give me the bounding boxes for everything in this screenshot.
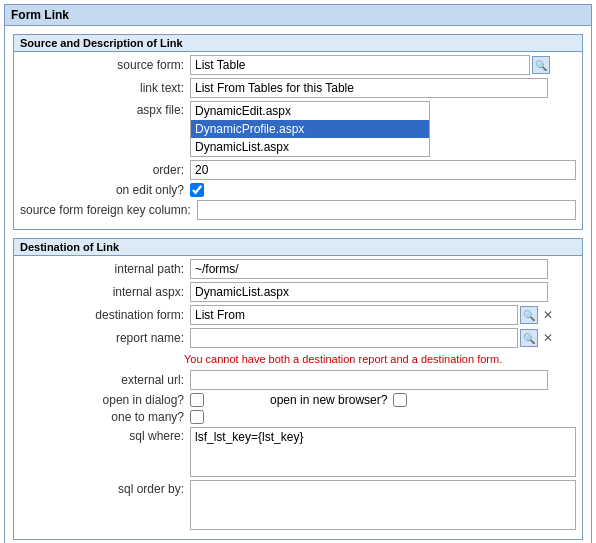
source-form-field: 🔍 [190, 55, 576, 75]
report-name-row: report name: 🔍 ✕ [14, 328, 582, 348]
aspx-item-1[interactable]: DynamicProfile.aspx [191, 120, 429, 138]
sql-order-row: sql order by: [14, 480, 582, 530]
aspx-file-row: aspx file: DynamicEdit.aspx DynamicProfi… [14, 101, 582, 157]
info-text: You cannot have both a destination repor… [14, 351, 582, 367]
sql-where-row: sql where: lsf_lst_key={lst_key} [14, 427, 582, 477]
source-form-label: source form: [20, 58, 190, 72]
internal-aspx-field [190, 282, 576, 302]
external-url-label: external url: [20, 373, 190, 387]
panel-title: Form Link [5, 5, 591, 26]
on-edit-checkbox[interactable] [190, 183, 204, 197]
destination-section-title: Destination of Link [14, 239, 582, 256]
source-form-row: source form: 🔍 [14, 55, 582, 75]
one-to-many-row: one to many? [14, 410, 582, 424]
source-section-title: Source and Description of Link [14, 35, 582, 52]
dest-form-input[interactable] [190, 305, 518, 325]
form-link-panel: Form Link Source and Description of Link… [4, 4, 592, 543]
open-options-row: open in dialog? open in new browser? [14, 393, 582, 407]
sql-order-label: sql order by: [20, 480, 190, 496]
dest-form-field: 🔍 ✕ [190, 305, 576, 325]
report-name-label: report name: [20, 331, 190, 345]
open-new-browser-checkbox[interactable] [393, 393, 407, 407]
external-url-field [190, 370, 576, 390]
sql-order-textarea[interactable] [190, 480, 576, 530]
sql-order-field [190, 480, 576, 530]
open-dialog-label: open in dialog? [20, 393, 190, 407]
aspx-item-0[interactable]: DynamicEdit.aspx [191, 102, 429, 120]
external-url-row: external url: [14, 370, 582, 390]
aspx-file-label: aspx file: [20, 101, 190, 117]
open-options-field: open in new browser? [190, 393, 576, 407]
order-label: order: [20, 163, 190, 177]
open-new-browser-label: open in new browser? [270, 393, 387, 407]
aspx-file-field: DynamicEdit.aspx DynamicProfile.aspx Dyn… [190, 101, 576, 157]
internal-aspx-row: internal aspx: [14, 282, 582, 302]
order-row: order: [14, 160, 582, 180]
fk-label: source form foreign key column: [20, 203, 197, 217]
report-name-field: 🔍 ✕ [190, 328, 576, 348]
one-to-many-checkbox[interactable] [190, 410, 204, 424]
source-section: Source and Description of Link source fo… [13, 34, 583, 230]
sql-where-label: sql where: [20, 427, 190, 443]
aspx-item-2[interactable]: DynamicList.aspx [191, 138, 429, 156]
on-edit-label: on edit only? [20, 183, 190, 197]
sql-where-textarea[interactable]: lsf_lst_key={lst_key} [190, 427, 576, 477]
link-text-label: link text: [20, 81, 190, 95]
aspx-dropdown[interactable]: DynamicEdit.aspx DynamicProfile.aspx Dyn… [190, 101, 430, 157]
internal-path-label: internal path: [20, 262, 190, 276]
report-search-icon[interactable]: 🔍 [520, 329, 538, 347]
on-edit-field [190, 183, 576, 197]
link-text-row: link text: [14, 78, 582, 98]
report-name-input[interactable] [190, 328, 518, 348]
order-input[interactable] [190, 160, 576, 180]
order-field [190, 160, 576, 180]
report-clear-icon[interactable]: ✕ [540, 330, 556, 346]
fk-input[interactable] [197, 200, 576, 220]
fk-row: source form foreign key column: [14, 200, 582, 220]
fk-field [197, 200, 576, 220]
internal-path-input[interactable] [190, 259, 548, 279]
sql-where-field: lsf_lst_key={lst_key} [190, 427, 576, 477]
dest-form-label: destination form: [20, 308, 190, 322]
destination-section: Destination of Link internal path: inter… [13, 238, 583, 540]
link-text-field [190, 78, 576, 98]
internal-path-row: internal path: [14, 259, 582, 279]
open-dialog-checkbox[interactable] [190, 393, 204, 407]
dest-form-search-icon[interactable]: 🔍 [520, 306, 538, 324]
external-url-input[interactable] [190, 370, 548, 390]
on-edit-row: on edit only? [14, 183, 582, 197]
internal-path-field [190, 259, 576, 279]
source-form-input[interactable] [190, 55, 530, 75]
dest-form-clear-icon[interactable]: ✕ [540, 307, 556, 323]
one-to-many-field [190, 410, 576, 424]
internal-aspx-label: internal aspx: [20, 285, 190, 299]
source-form-search-icon[interactable]: 🔍 [532, 56, 550, 74]
link-text-input[interactable] [190, 78, 548, 98]
one-to-many-label: one to many? [20, 410, 190, 424]
internal-aspx-input[interactable] [190, 282, 548, 302]
dest-form-row: destination form: 🔍 ✕ [14, 305, 582, 325]
